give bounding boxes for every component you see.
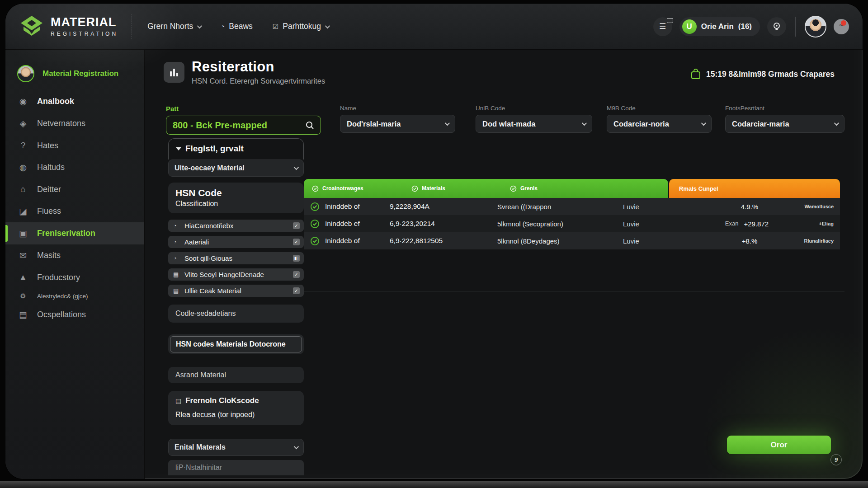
- search-icon[interactable]: [306, 121, 314, 130]
- sidebar-item-label: Hates: [37, 141, 58, 150]
- bag-icon: [691, 69, 701, 80]
- profile-avatar-icon: [17, 65, 34, 82]
- page-title: Resiteration: [192, 59, 325, 75]
- hsn-card-title: HSN Code: [175, 188, 297, 198]
- sidebar-item-haltuds[interactable]: ◍ Haltuds: [5, 156, 144, 178]
- patt-input[interactable]: 800 - Bck Pre-mapped: [166, 116, 321, 135]
- chevron-down-icon: [582, 121, 587, 126]
- patt-label: Patt: [166, 105, 321, 113]
- cube-icon: ◈: [17, 118, 29, 129]
- nstalhinitar-box[interactable]: liP·Nstalhinitar: [168, 460, 304, 475]
- documents-button[interactable]: ☰: [653, 17, 672, 36]
- row-code: 6,9·223,20214: [390, 220, 497, 228]
- sidebar-item-deitter[interactable]: ⌂ Deitter: [5, 178, 144, 200]
- check-item-label: Aateriali: [184, 238, 288, 246]
- row-type: 5lknnol (8Deydages): [497, 237, 623, 245]
- sidebar-item-alestryledc[interactable]: ⚙ Alestryledc& (gjce): [5, 288, 144, 304]
- oror-submit-button[interactable]: Oror: [727, 436, 831, 454]
- sidebar-item-material-registration[interactable]: Material Registration: [5, 61, 144, 90]
- flag-square-icon: ◪: [17, 206, 29, 216]
- column-header-materials[interactable]: Materials: [411, 185, 506, 192]
- material-type-dropdown[interactable]: Uite-oecaey Material: [168, 160, 304, 177]
- sidebar-item-analbook[interactable]: ◉ Analbook: [5, 90, 144, 113]
- envelope-icon: ✉: [17, 250, 29, 261]
- timer-icon: ◔: [173, 255, 180, 262]
- enital-materials-dropdown[interactable]: Enital Materals: [168, 439, 304, 456]
- sidebar-item-masits[interactable]: ✉ Masits: [5, 244, 144, 267]
- clokscode-card[interactable]: ▤ Frernoln CloKscode Rlea decusa (tor in…: [168, 391, 304, 425]
- asrand-material-box[interactable]: Asrand Material: [168, 367, 304, 383]
- page-header-tile: [164, 62, 184, 83]
- unlb-code-value: Dod wlat-mada: [482, 120, 582, 128]
- table-header-orange[interactable]: Rmals Cunpel: [669, 179, 840, 198]
- column-header-croainotrwages[interactable]: Croainotrwages: [312, 185, 408, 192]
- name-label: Name: [340, 105, 455, 112]
- calendar-icon: ▤: [173, 287, 180, 294]
- avatar[interactable]: [805, 16, 826, 38]
- question-circle-icon: ?: [17, 141, 29, 150]
- app-frame: MATERIAL REGISTRATION Grern Nhorts ◔ Bea…: [5, 4, 863, 479]
- fnots-field-group: FnotsPesrtlant Codarciar-maria: [725, 105, 844, 133]
- materials-table: Croainotrwages Materials: [304, 179, 840, 249]
- lightbulb-icon: [773, 22, 781, 31]
- hsn-codes-dotocrone-box[interactable]: HSN codes Materials Dotocrone: [168, 334, 304, 354]
- checkbox[interactable]: ◧: [293, 255, 300, 262]
- fnots-label: FnotsPesrtlant: [725, 105, 844, 112]
- bar-chart-icon: [169, 67, 179, 78]
- row-tag: Rlunalirliaey: [785, 238, 834, 244]
- codle-sedadetians-box[interactable]: Codle-sedadetians: [168, 305, 304, 323]
- sidebar-item-label: Material Registration: [42, 69, 118, 78]
- timer-icon: ◔: [173, 239, 180, 245]
- check-item-vlito-hangeldenade[interactable]: ▤ Vlito Seoyì HangelDenade ✓: [168, 268, 304, 281]
- checkbox[interactable]: ✓: [293, 239, 300, 245]
- checkbox[interactable]: ✓: [293, 271, 300, 278]
- topbar-divider: [132, 14, 132, 39]
- check-item-ullie-ceak[interactable]: ▤ Ullie Ceak Material ✓: [168, 285, 304, 297]
- checkbox[interactable]: ✓: [293, 222, 300, 229]
- check-item-soot-giouas[interactable]: ◔ Soot qill·Giouas ◧: [168, 252, 304, 264]
- sidebar-item-netvernatons[interactable]: ◈ Netvernatons: [5, 113, 144, 135]
- idea-button[interactable]: [767, 17, 786, 36]
- sidebar-item-freniserivation[interactable]: ▣ Freniserivation: [5, 222, 144, 244]
- hsn-code-card[interactable]: HSN Code Classification: [168, 183, 304, 213]
- sidebar-item-fiuess[interactable]: ◪ Fiuess: [5, 200, 144, 222]
- user-pill[interactable]: U Orie Arin (16): [679, 17, 760, 36]
- checkbox[interactable]: ✓: [293, 287, 300, 294]
- column-header-grenls[interactable]: Grenls: [510, 185, 538, 192]
- sidebar-item-ocspellations[interactable]: ▤ Ocspellations: [5, 304, 144, 326]
- table-row[interactable]: Ininddeb of 6,9·222,8812505 5lknnol (8De…: [304, 232, 840, 249]
- table-row[interactable]: Ininddeb of 9,2228,904A Svrean ((Drappon…: [304, 198, 840, 215]
- check-item-hiacaronotnebx[interactable]: ◔ HiaCaronotňebx ✓: [168, 220, 304, 232]
- chevron-down-icon: [294, 444, 299, 449]
- check-item-label: Soot qill·Giouas: [184, 254, 288, 262]
- sidebar: Material Registration ◉ Analbook ◈ Netve…: [5, 50, 145, 479]
- clokscode-subtitle: Rlea decusa (tor inpoed): [175, 411, 297, 419]
- row-percent: +8.%: [742, 237, 758, 245]
- sidebar-item-label: Masits: [37, 251, 61, 260]
- unlb-code-select[interactable]: Dod wlat-mada: [476, 115, 592, 133]
- table-row[interactable]: Ininddeb ef 6,9·223,20214 5lkmnol (Secop…: [304, 215, 840, 232]
- m9b-code-select[interactable]: Codarciar-noria: [607, 115, 712, 133]
- row-check-icon: [310, 236, 320, 246]
- panel-tab-container: Fleglstl, grvalt: [168, 138, 304, 160]
- nav-label: Parhttokug: [283, 22, 321, 31]
- row-unit: Luvie: [623, 220, 709, 228]
- name-select[interactable]: Dod'rslal-maria: [340, 115, 455, 133]
- sidebar-item-froducstory[interactable]: ▲ Froducstory: [5, 267, 144, 288]
- name-value: Dod'rslal-maria: [347, 120, 445, 128]
- nav-item-grern-nhorts[interactable]: Grern Nhorts: [147, 22, 201, 31]
- sidebar-item-hates[interactable]: ? Hates: [5, 135, 144, 156]
- sidebar-item-label: Netvernatons: [37, 119, 85, 128]
- sidebar-item-label: Fiuess: [37, 206, 61, 216]
- nav-item-beaws[interactable]: ◔ Beaws: [221, 22, 253, 31]
- check-item-aateriali[interactable]: ◔ Aateriali ✓: [168, 236, 304, 248]
- row-name: Ininddeb of: [325, 237, 360, 245]
- corner-badge-icon: 9: [830, 454, 842, 465]
- nav-item-parhttokug[interactable]: ☑ Parhttokug: [273, 22, 329, 31]
- tab-fleglstl[interactable]: Fleglstl, grvalt: [176, 144, 296, 154]
- fnots-select[interactable]: Codarciar-maria: [725, 115, 844, 133]
- notification-icon[interactable]: [834, 19, 849, 34]
- beaws-icon: ◔: [221, 23, 225, 30]
- user-count: (16): [738, 22, 752, 31]
- topbar-separator: [795, 17, 796, 37]
